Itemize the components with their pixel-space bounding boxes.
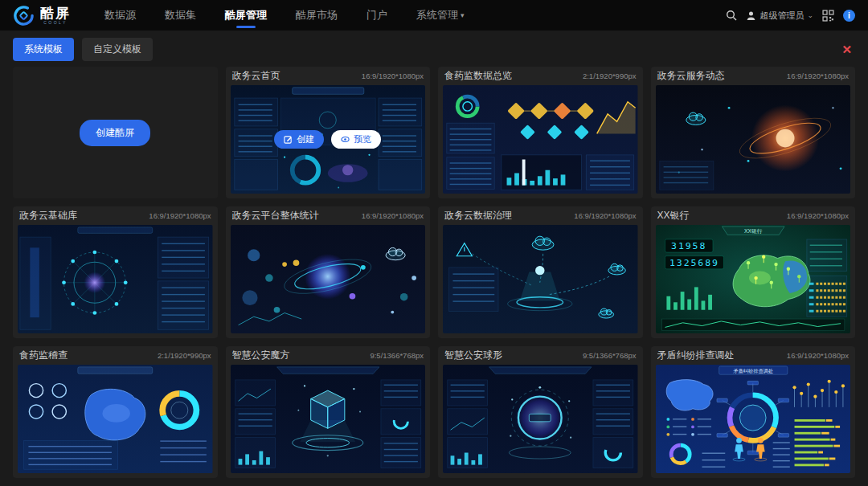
card-thumbnail[interactable] [443, 85, 638, 194]
card-header: 智慧公安球形 9:5/1366*768px [438, 346, 643, 365]
card-header: XX银行 16:9/1920*1080px [651, 206, 856, 225]
card-thumbnail[interactable] [443, 365, 638, 473]
card-thumbnail[interactable]: 创建 预览 [231, 85, 426, 194]
template-grid: 创建酷屏 政务云首页 16:9/1920*1080px 创建 预览 [0, 67, 868, 485]
edit-icon [284, 135, 293, 144]
tab-system-template[interactable]: 系统模板 [13, 38, 74, 61]
template-card-bank[interactable]: XX银行 16:9/1920*1080px XX银行 31958 1325689 [651, 206, 856, 338]
top-navbar: 酷屏 COOLY 数据源数据集酷屏管理酷屏市场门户系统管理▾ 超级管理员 ⌄ [0, 0, 868, 31]
template-card-basic-lib[interactable]: 政务云基础库 16:9/1920*1080px [13, 206, 218, 338]
nav-item-label: 门户 [366, 8, 387, 22]
card-thumbnail[interactable] [443, 225, 638, 333]
user-menu[interactable]: 超级管理员 ⌄ [746, 10, 813, 22]
template-card-conflict[interactable]: 矛盾纠纷排查调处 16:9/1920*1080px 矛盾纠纷排查调处 [651, 346, 856, 478]
info-icon[interactable]: i [843, 10, 855, 22]
card-title: 矛盾纠纷排查调处 [657, 349, 735, 362]
create-screen-button[interactable]: 创建酷屏 [80, 120, 150, 146]
app-logo[interactable]: 酷屏 COOLY [13, 5, 71, 27]
card-header: 政务云平台整体统计 16:9/1920*1080px [226, 206, 431, 225]
template-card-service-dynamics[interactable]: 政务云服务动态 16:9/1920*1080px [651, 67, 856, 198]
card-thumbnail[interactable] [656, 85, 851, 194]
user-name: 超级管理员 [760, 10, 804, 22]
card-create-button[interactable]: 创建 [274, 130, 324, 149]
template-tabbar: 系统模板自定义模板 ✕ [0, 31, 868, 67]
logo-icon [13, 5, 35, 27]
nav-item-system-manage[interactable]: 系统管理▾ [416, 0, 465, 31]
template-card-police-sphere[interactable]: 智慧公安球形 9:5/1366*768px [438, 346, 643, 478]
card-title: 政务云平台整体统计 [232, 209, 319, 223]
card-header: 矛盾纠纷排查调处 16:9/1920*1080px [651, 346, 856, 365]
template-card-police-cube[interactable]: 智慧公安魔方 9:5/1366*768px [226, 346, 431, 478]
nav-item-label: 数据集 [165, 8, 196, 22]
card-thumbnail[interactable] [18, 225, 213, 333]
card-title: 政务云首页 [232, 69, 280, 83]
svg-text:XX银行: XX银行 [744, 228, 763, 234]
template-card-platform-stats[interactable]: 政务云平台整体统计 16:9/1920*1080px [226, 206, 431, 338]
tabs: 系统模板自定义模板 [13, 38, 153, 61]
card-title: 政务云服务动态 [657, 69, 725, 83]
nav-item-label: 酷屏市场 [296, 8, 338, 22]
card-thumbnail[interactable] [231, 365, 426, 473]
food-inspection-thumbnail-graphic [18, 365, 213, 473]
nav-item-portal[interactable]: 门户 [366, 0, 387, 31]
card-resolution: 16:9/1920*1080px [787, 351, 849, 360]
qr-code-icon[interactable] [822, 10, 834, 22]
police-sphere-thumbnail-graphic [443, 365, 638, 473]
card-hover-actions: 创建 预览 [231, 85, 426, 194]
card-resolution: 16:9/1920*1080px [787, 71, 849, 80]
card-resolution: 16:9/1920*1080px [362, 211, 424, 220]
card-resolution: 16:9/1920*1080px [362, 71, 424, 80]
card-title: XX银行 [657, 209, 690, 223]
chevron-down-icon: ▾ [461, 11, 465, 19]
nav-item-screen-manage[interactable]: 酷屏管理 [225, 0, 267, 31]
nav-item-datasource[interactable]: 数据源 [104, 0, 136, 31]
template-card-food-overview[interactable]: 食药监数据总览 2:1/1920*990px [438, 67, 643, 198]
card-title: 政务云基础库 [19, 209, 77, 223]
template-card-data-governance[interactable]: 政务云数据治理 16:9/1920*1080px [438, 206, 643, 338]
card-resolution: 2:1/1920*990px [583, 71, 637, 80]
tab-custom-template[interactable]: 自定义模板 [82, 38, 153, 61]
card-header: 政务云基础库 16:9/1920*1080px [13, 206, 218, 225]
nav-menu: 数据源数据集酷屏管理酷屏市场门户系统管理▾ [104, 0, 465, 31]
close-icon[interactable]: ✕ [838, 43, 855, 57]
card-thumbnail[interactable] [18, 365, 213, 473]
logo-subtitle: COOLY [40, 21, 71, 25]
card-header: 食药监稽查 2:1/1920*990px [13, 346, 218, 365]
nav-item-screen-market[interactable]: 酷屏市场 [296, 0, 338, 31]
card-resolution: 9:5/1366*768px [583, 351, 637, 360]
card-resolution: 2:1/1920*990px [158, 351, 211, 360]
card-resolution: 16:9/1920*1080px [787, 211, 849, 220]
service-dynamics-thumbnail-graphic [656, 85, 851, 194]
card-title: 食药监数据总览 [444, 69, 512, 83]
card-title: 食药监稽查 [19, 349, 68, 362]
template-card-food-inspection[interactable]: 食药监稽查 2:1/1920*990px [13, 346, 218, 478]
card-resolution: 16:9/1920*1080px [574, 211, 636, 220]
card-header: 政务云数据治理 16:9/1920*1080px [438, 206, 643, 225]
nav-item-label: 酷屏管理 [225, 8, 267, 22]
template-card-gov-home[interactable]: 政务云首页 16:9/1920*1080px 创建 预览 [226, 67, 431, 198]
platform-stats-thumbnail-graphic [231, 225, 426, 333]
nav-item-label: 系统管理 [416, 8, 458, 22]
svg-text:31958: 31958 [671, 240, 706, 251]
card-thumbnail[interactable] [231, 225, 426, 333]
card-preview-label: 预览 [354, 133, 371, 145]
svg-text:1325689: 1325689 [669, 257, 719, 268]
logo-title: 酷屏 [40, 6, 71, 20]
search-icon[interactable] [726, 10, 737, 21]
eye-icon [341, 135, 350, 144]
card-header: 政务云服务动态 16:9/1920*1080px [651, 67, 856, 85]
create-screen-card[interactable]: 创建酷屏 [13, 67, 218, 198]
conflict-thumbnail-graphic: 矛盾纠纷排查调处 [656, 365, 851, 473]
card-header: 智慧公安魔方 9:5/1366*768px [226, 346, 431, 365]
card-thumbnail[interactable]: XX银行 31958 1325689 [656, 225, 851, 333]
card-resolution: 16:9/1920*1080px [149, 211, 211, 220]
card-title: 政务云数据治理 [444, 209, 512, 223]
navbar-right: 超级管理员 ⌄ i [726, 10, 855, 22]
chevron-down-icon: ⌄ [807, 11, 813, 19]
card-header: 食药监数据总览 2:1/1920*990px [438, 67, 643, 85]
nav-item-dataset[interactable]: 数据集 [165, 0, 196, 31]
police-cube-thumbnail-graphic [231, 365, 426, 473]
card-preview-button[interactable]: 预览 [331, 130, 381, 149]
card-header: 政务云首页 16:9/1920*1080px [226, 67, 431, 85]
card-thumbnail[interactable]: 矛盾纠纷排查调处 [656, 365, 851, 473]
